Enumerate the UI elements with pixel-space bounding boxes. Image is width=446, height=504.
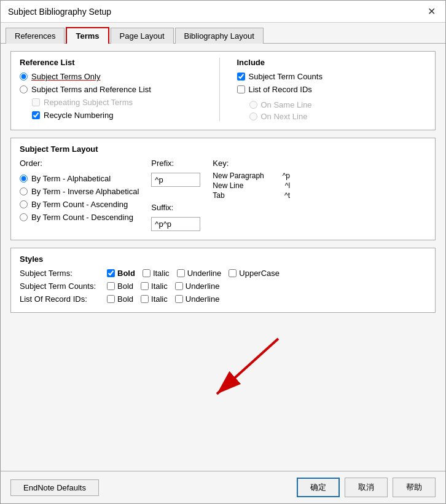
check-repeating-subject-terms: Repeating Subject Terms [32, 98, 209, 107]
order-col: Order: By Term - Alphabetical By Term - … [20, 159, 139, 222]
record-id-radios: On Same Line On Next Line [249, 100, 427, 121]
radio-subject-terms-and-ref: Subject Terms and Reference List [20, 85, 209, 94]
key-col: Key: New Paragraph ^p New Line ^l Tab ^t [213, 159, 290, 200]
recycle-numbering-label: Recycle Numbering [44, 111, 113, 120]
tab-page-layout[interactable]: Page Layout [111, 28, 174, 44]
key-entry-tab: Tab ^t [213, 191, 290, 200]
style-label-subject-terms: Subject Terms: [20, 269, 100, 278]
check-counts-italic: Italic [141, 282, 168, 291]
include-options: Subject Term Counts List of Record IDs O… [237, 72, 427, 121]
radio-by-term-inv-alpha: By Term - Inverse Alphabetical [20, 187, 139, 196]
sub-options: Repeating Subject Terms Recycle Numberin… [32, 98, 209, 120]
arrow-area [10, 320, 436, 419]
ok-button[interactable]: 确定 [297, 478, 340, 497]
check-subject-terms-underline: Underline [177, 269, 222, 278]
check-record-ids-bold: Bold [107, 294, 133, 304]
footer-right: 确定 取消 帮助 [297, 478, 436, 497]
style-row-record-ids: List Of Record IDs: Bold Italic Underlin… [20, 294, 426, 304]
help-button[interactable]: 帮助 [393, 478, 436, 497]
style-row-subject-term-counts: Subject Term Counts: Bold Italic Underli… [20, 282, 426, 291]
suffix-input[interactable] [151, 217, 200, 231]
repeating-subject-terms-label: Repeating Subject Terms [44, 98, 133, 107]
prefix-suffix-col: Prefix: Suffix: [151, 159, 200, 231]
radio-by-count-asc: By Term Count - Ascending [20, 200, 139, 209]
dialog: Subject Bibliography Setup ✕ References … [0, 0, 446, 504]
style-label-record-ids: List Of Record IDs: [20, 294, 100, 304]
suffix-label: Suffix: [151, 203, 200, 212]
footer-left: EndNote Defaults [10, 479, 99, 496]
by-count-desc-label: By Term Count - Descending [31, 213, 133, 222]
tab-terms[interactable]: Terms [66, 27, 109, 44]
on-next-line-label: On Next Line [261, 112, 308, 121]
title-bar: Subject Bibliography Setup ✕ [1, 1, 445, 23]
endnote-defaults-button[interactable]: EndNote Defaults [10, 479, 99, 496]
styles-section: Styles Subject Terms: Bold Italic Underl… [10, 248, 436, 313]
check-subject-terms-uppercase: UpperCase [229, 269, 280, 278]
svg-line-1 [217, 339, 278, 394]
close-button[interactable]: ✕ [425, 6, 438, 17]
radio-by-term-alpha: By Term - Alphabetical [20, 174, 139, 183]
radio-subject-terms-only: Subject Terms Only [20, 72, 209, 81]
radio-on-next-line: On Next Line [249, 112, 427, 121]
check-counts-underline: Underline [175, 282, 220, 291]
subject-terms-only-label: Subject Terms Only [31, 72, 100, 81]
check-subject-terms-italic: Italic [143, 269, 170, 278]
key-entry-new-line: New Line ^l [213, 181, 290, 190]
reference-list-col: Reference List Subject Terms Only Subjec… [20, 58, 220, 121]
radio-on-same-line: On Same Line [249, 100, 427, 109]
tab-bar: References Terms Page Layout Bibliograph… [1, 23, 445, 44]
check-subject-terms-bold: Bold [107, 269, 135, 278]
footer: EndNote Defaults 确定 取消 帮助 [1, 471, 445, 503]
reference-include-section: Reference List Subject Terms Only Subjec… [10, 51, 436, 130]
style-label-subject-term-counts: Subject Term Counts: [20, 282, 100, 291]
prefix-label: Prefix: [151, 159, 200, 168]
tab-bibliography-layout[interactable]: Bibliography Layout [175, 28, 264, 44]
check-counts-bold: Bold [107, 282, 133, 291]
list-of-record-ids-label: List of Record IDs [249, 85, 312, 94]
arrow-svg [131, 326, 315, 412]
style-row-subject-terms: Subject Terms: Bold Italic Underline Upp… [20, 269, 426, 278]
dialog-title: Subject Bibliography Setup [8, 7, 111, 17]
key-entry-new-paragraph: New Paragraph ^p [213, 171, 290, 180]
check-list-of-record-ids: List of Record IDs [237, 85, 427, 94]
reference-list-title: Reference List [20, 58, 209, 67]
order-label: Order: [20, 159, 139, 168]
subject-term-counts-label: Subject Term Counts [249, 72, 323, 81]
check-record-ids-italic: Italic [141, 294, 168, 304]
subject-term-layout-title: Subject Term Layout [20, 144, 426, 154]
subject-terms-ref-label: Subject Terms and Reference List [31, 85, 151, 94]
check-recycle-numbering: Recycle Numbering [32, 111, 209, 120]
prefix-input[interactable] [151, 173, 200, 187]
include-col: Include Subject Term Counts List of Reco… [232, 58, 427, 121]
check-record-ids-underline: Underline [175, 294, 220, 304]
order-prefix-key-row: Order: By Term - Alphabetical By Term - … [20, 159, 426, 231]
content-area: Reference List Subject Terms Only Subjec… [1, 44, 445, 471]
key-label: Key: [213, 159, 290, 168]
by-term-inv-alpha-label: By Term - Inverse Alphabetical [31, 187, 139, 196]
include-title: Include [237, 58, 427, 67]
cancel-button[interactable]: 取消 [345, 478, 388, 497]
by-term-alpha-label: By Term - Alphabetical [31, 174, 111, 183]
by-count-asc-label: By Term Count - Ascending [31, 200, 128, 209]
on-same-line-label: On Same Line [261, 100, 312, 109]
check-subject-term-counts: Subject Term Counts [237, 72, 427, 81]
radio-by-count-desc: By Term Count - Descending [20, 213, 139, 222]
subject-term-layout-section: Subject Term Layout Order: By Term - Alp… [10, 138, 436, 240]
reference-list-options: Subject Terms Only Subject Terms and Ref… [20, 72, 209, 120]
styles-title: Styles [20, 254, 426, 264]
tab-references[interactable]: References [6, 28, 65, 44]
